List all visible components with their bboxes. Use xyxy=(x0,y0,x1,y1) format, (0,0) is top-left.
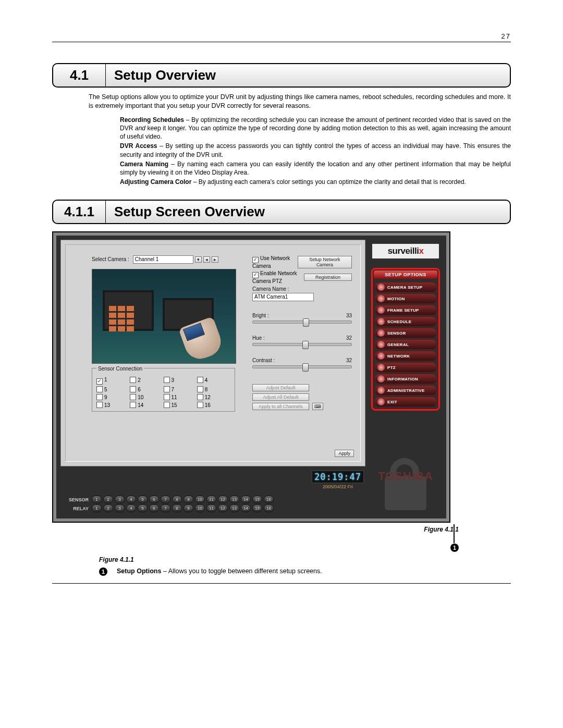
hue-slider[interactable] xyxy=(252,343,352,346)
sidebar-option-ptz[interactable]: PTZ xyxy=(374,362,437,373)
legend-bold: Setup Options xyxy=(117,567,161,575)
sensor-conn-6[interactable]: 6 xyxy=(130,386,163,392)
registration-button[interactable]: Registration xyxy=(304,274,352,281)
sensor-indicator-4: 4 xyxy=(126,496,136,503)
detail-recording-t2: keep it longer. You can optimize the typ… xyxy=(120,125,511,140)
select-camera-dropdown[interactable]: Channel 1 xyxy=(133,255,193,264)
relay-indicator-3: 3 xyxy=(115,504,125,512)
sensor-conn-13[interactable]: 13 xyxy=(96,402,130,408)
setup-options-panel: SETUP OPTIONS CAMERA SETUPMOTIONFRAME SE… xyxy=(371,268,440,411)
sidebar-option-frame-setup[interactable]: FRAME SETUP xyxy=(374,305,437,315)
sidebar-option-schedule[interactable]: SCHEDULE xyxy=(374,316,437,327)
sensor-indicator-6: 6 xyxy=(149,496,159,503)
sensor-conn-14[interactable]: 14 xyxy=(130,402,163,408)
top-rule xyxy=(52,42,511,42)
sidebar-option-general[interactable]: GENERAL xyxy=(374,339,437,350)
camera-name-label: Camera Name : xyxy=(252,286,352,292)
sidebar-option-camera-setup[interactable]: CAMERA SETUP xyxy=(374,282,437,292)
detail-recording-b: Recording Schedules xyxy=(120,116,184,124)
relay-indicator-11: 11 xyxy=(206,504,216,512)
sensor-indicator-7: 7 xyxy=(161,496,170,503)
relay-indicator-7: 7 xyxy=(161,504,170,512)
option-label: PTZ xyxy=(387,365,396,370)
bottom-rule xyxy=(52,583,511,584)
toshiba-logo: TOSHIBA xyxy=(369,470,442,483)
detail-cam-t: – By naming each camera you can easily i… xyxy=(120,161,511,176)
bottom-indicator-rows: SENSOR 12345678910111213141516 RELAY 123… xyxy=(60,495,365,513)
section-title: Setup Screen Overview xyxy=(106,201,273,223)
sensor-indicator-12: 12 xyxy=(218,496,228,503)
sensor-conn-7[interactable]: 7 xyxy=(164,386,197,392)
adjust-all-default-button[interactable]: Adjust All Default xyxy=(252,393,309,401)
sensor-conn-8[interactable]: 8 xyxy=(197,386,230,392)
option-icon xyxy=(377,398,385,405)
sidebar-option-network[interactable]: NETWORK xyxy=(374,351,437,361)
select-camera-label: Select Camera : xyxy=(92,256,129,262)
sensor-indicator-15: 15 xyxy=(252,496,262,503)
detail-cam-b: Camera Naming xyxy=(120,161,168,168)
clock-date: 2005/04/22 Fri xyxy=(312,484,364,489)
option-icon xyxy=(377,352,385,360)
option-label: MOTION xyxy=(387,297,405,301)
sidebar-option-sensor[interactable]: SENSOR xyxy=(374,328,437,338)
contrast-slider[interactable] xyxy=(252,365,352,368)
bright-slider[interactable] xyxy=(252,320,352,324)
sensor-row-label: SENSOR xyxy=(60,497,89,502)
callout-marker-1: 1 xyxy=(450,544,459,552)
prev-channel-button[interactable]: ◂ xyxy=(203,256,210,263)
option-icon xyxy=(377,364,385,371)
option-label: GENERAL xyxy=(387,342,409,347)
sensor-connection-group: Sensor Connection ✓123456789101112131415… xyxy=(92,368,235,412)
relay-indicator-2: 2 xyxy=(103,504,113,512)
next-channel-button[interactable]: ▸ xyxy=(212,256,218,263)
sensor-indicator-16: 16 xyxy=(264,496,274,503)
dropdown-toggle-icon[interactable]: ▾ xyxy=(195,256,202,263)
enable-ptz-checkbox[interactable]: ✓Enable Network Camera PTZ xyxy=(252,270,304,284)
keyboard-icon[interactable]: ⌨ xyxy=(312,403,323,410)
option-label: FRAME SETUP xyxy=(387,308,419,313)
option-icon xyxy=(377,387,385,394)
sensor-indicator-13: 13 xyxy=(229,496,239,503)
use-network-camera-checkbox[interactable]: ✓Use Network Camera xyxy=(252,255,298,269)
option-icon xyxy=(377,375,385,382)
option-label: ADMINISTRATIVE xyxy=(387,388,425,393)
sensor-indicator-9: 9 xyxy=(183,496,193,503)
sidebar-option-information[interactable]: INFORMATION xyxy=(374,374,437,384)
sidebar-option-exit[interactable]: EXIT xyxy=(374,397,437,407)
intro-paragraph: The Setup options allow you to optimize … xyxy=(89,93,511,110)
adjust-default-button[interactable]: Adjust Default xyxy=(252,384,309,391)
sensor-conn-4[interactable]: 4 xyxy=(197,377,230,385)
sensor-indicator-14: 14 xyxy=(241,496,251,503)
option-icon xyxy=(377,329,385,337)
sidebar-option-motion[interactable]: MOTION xyxy=(374,293,437,304)
legend-text: – Allows you to toggle between different… xyxy=(161,567,322,575)
sensor-conn-5[interactable]: 5 xyxy=(96,386,130,392)
detail-adj-b: Adjusting Camera Color xyxy=(120,178,191,186)
setup-options-header: SETUP OPTIONS xyxy=(374,270,437,279)
sensor-indicator-1: 1 xyxy=(92,496,102,503)
section-heading-4-1: 4.1 Setup Overview xyxy=(52,63,511,88)
sensor-conn-10[interactable]: 10 xyxy=(130,394,163,400)
option-label: INFORMATION xyxy=(387,377,418,381)
brand-logo: surveillix xyxy=(371,243,440,260)
sensor-conn-11[interactable]: 11 xyxy=(164,394,197,400)
section-number: 4.1.1 xyxy=(53,201,106,223)
sensor-conn-3[interactable]: 3 xyxy=(164,377,197,385)
sidebar-option-administrative[interactable]: ADMINISTRATIVE xyxy=(374,385,437,396)
setup-main-panel: Select Camera : Channel 1 ▾ ◂ ▸ xyxy=(60,240,365,466)
option-label: EXIT xyxy=(387,400,397,404)
sensor-conn-16[interactable]: 16 xyxy=(197,402,230,408)
option-icon xyxy=(377,295,385,302)
sensor-conn-2[interactable]: 2 xyxy=(130,377,163,385)
bright-label: Bright : xyxy=(252,313,269,318)
camera-name-field[interactable]: ATM Camera1 xyxy=(252,293,314,301)
sensor-conn-12[interactable]: 12 xyxy=(197,394,230,400)
apply-button[interactable]: Apply xyxy=(335,450,354,457)
option-icon xyxy=(377,306,385,314)
setup-network-camera-button[interactable]: Setup Network Camera xyxy=(298,256,352,268)
apply-all-channels-button[interactable]: Apply to all Channels xyxy=(252,403,309,410)
sensor-conn-1[interactable]: ✓1 xyxy=(96,377,130,385)
sensor-conn-15[interactable]: 15 xyxy=(164,402,197,408)
relay-indicator-1: 1 xyxy=(92,504,102,512)
sensor-conn-9[interactable]: 9 xyxy=(96,394,130,400)
